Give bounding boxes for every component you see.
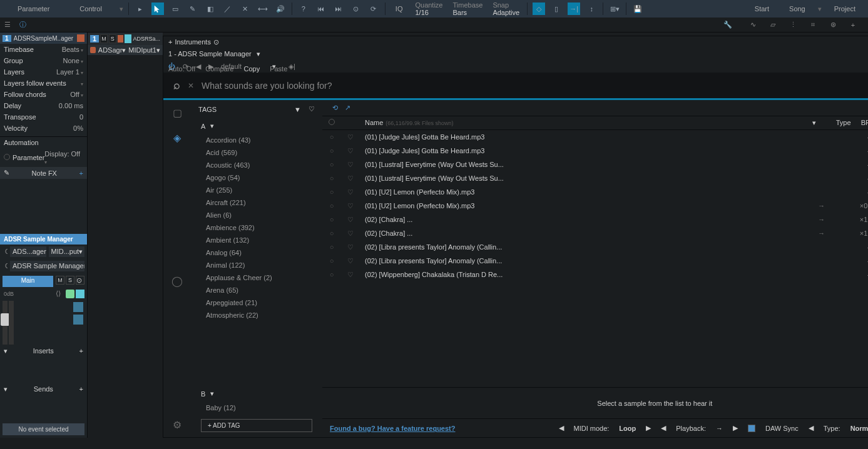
circle-icon[interactable]: ◯ (170, 274, 185, 289)
row-select-circle[interactable]: ○ (322, 271, 341, 278)
tab-title[interactable]: Instruments (175, 38, 210, 46)
next-tool-icon[interactable]: ⏭ (332, 3, 345, 15)
follow-chords-value[interactable]: Off (70, 91, 83, 98)
tab-add-icon[interactable]: + (168, 38, 172, 46)
tag-item[interactable]: Aircraft (221) (201, 196, 312, 209)
shape1-icon[interactable]: ▱ (765, 18, 780, 33)
midi-value[interactable]: MID...put▾ (49, 246, 85, 257)
tag-item[interactable]: Air (255) (201, 184, 312, 196)
timebase-display[interactable]: TimebaseBars (450, 1, 485, 16)
row-heart-icon[interactable]: ♡ (341, 188, 360, 196)
prev-type-icon[interactable]: ◀ (809, 424, 814, 432)
collapse-b-icon[interactable]: ▾ (210, 390, 214, 398)
add-send-icon[interactable]: + (79, 385, 83, 393)
col-name[interactable]: Name(66,116/99.9k Files shown) (360, 119, 812, 127)
letter-a[interactable]: A (201, 123, 205, 130)
save-tool-icon[interactable]: 💾 (631, 3, 644, 15)
snap-toggle-icon[interactable]: ◇ (533, 3, 545, 15)
row-heart-icon[interactable]: ♡ (341, 202, 360, 210)
monitor-button[interactable]: ⊙ (76, 276, 84, 285)
add-insert-icon[interactable]: + (79, 347, 83, 355)
select-all-circle[interactable] (329, 119, 335, 125)
row-select-circle[interactable]: ○ (322, 174, 341, 182)
layers-follow-toggle[interactable] (81, 79, 83, 87)
arr-monitor-icon[interactable] (125, 34, 131, 43)
table-row[interactable]: ○ ♡ (02) [Libra presents Taylor] Anomaly… (322, 240, 868, 254)
col-type[interactable]: Type (831, 119, 856, 127)
add-icon[interactable]: + (845, 18, 860, 33)
tag-item[interactable]: Acid (569) (201, 146, 312, 159)
listen-tool-icon[interactable]: 🔊 (274, 3, 287, 15)
arr-solo[interactable]: S (109, 34, 116, 43)
tag-item[interactable]: Applause & Cheer (2) (201, 271, 312, 284)
row-heart-icon[interactable]: ♡ (341, 271, 360, 279)
tool-icon[interactable]: ? (297, 3, 310, 15)
play-tool-icon[interactable]: ▸ (134, 3, 146, 15)
col-bpm[interactable]: BPM (856, 119, 868, 127)
auto-label[interactable]: Auto: Off (168, 65, 195, 73)
tag-item[interactable]: Ambient (132) (201, 234, 312, 246)
clip1[interactable]: ADSagr▾ (98, 46, 126, 54)
start-button[interactable]: Start (747, 3, 777, 15)
monitor-enable-button[interactable] (76, 290, 84, 298)
clear-search-icon[interactable]: ✕ (188, 81, 194, 90)
heart-icon[interactable]: ♡ (309, 105, 315, 113)
row-heart-icon[interactable]: ♡ (341, 174, 360, 183)
arrange-track-header[interactable]: 1 M S ADSRSa... (88, 33, 163, 45)
row-heart-icon[interactable]: ♡ (341, 257, 360, 265)
info-icon[interactable]: ⓘ (15, 18, 30, 33)
search-icon[interactable]: ⌕ (173, 79, 180, 92)
bug-link[interactable]: Found a bug? Have a feature request? (330, 425, 455, 432)
transpose-value[interactable]: 0 (79, 113, 83, 121)
shape4-icon[interactable]: ⊛ (825, 18, 840, 33)
row-select-circle[interactable]: ○ (322, 243, 341, 251)
tag-item[interactable]: Acoustic (463) (201, 159, 312, 171)
tag-item[interactable]: Animal (122) (201, 259, 312, 271)
curve-icon[interactable]: ∿ (745, 18, 760, 33)
draw-tool-icon[interactable]: ✎ (186, 3, 199, 15)
compare-button[interactable]: Compare (205, 65, 233, 73)
tag-item[interactable]: Agogo (54) (201, 171, 312, 184)
main-label[interactable]: Main (3, 276, 53, 287)
row-select-circle[interactable]: ○ (322, 216, 341, 223)
table-row[interactable]: ○ ♡ (02) [Libra presents Taylor] Anomaly… (322, 254, 868, 268)
record-enable-button[interactable] (66, 290, 74, 298)
midi-mode-value[interactable]: Loop (619, 425, 636, 432)
quantize-display[interactable]: Quantize1/16 (412, 1, 445, 16)
paste-button[interactable]: Paste (270, 65, 287, 73)
tag-item[interactable]: Atmospheric (22) (201, 309, 312, 321)
solo-button[interactable]: S (66, 276, 74, 285)
row-heart-icon[interactable]: ♡ (341, 230, 360, 238)
group-value[interactable]: None (63, 57, 83, 64)
row-arrow-icon[interactable]: → (812, 202, 831, 209)
tag-item[interactable]: Arpeggiated (21) (201, 296, 312, 309)
next-playback-icon[interactable]: ▶ (733, 424, 738, 432)
row-select-circle[interactable]: ○ (322, 133, 341, 141)
table-row[interactable]: ○ ♡ (02) [Chakra] ... → ×1.16 - HOUSETEC… (322, 213, 868, 226)
arr-mute[interactable]: M (100, 34, 108, 43)
delay-value[interactable]: 0.00 ms (59, 102, 83, 109)
clip2[interactable]: MIDIput1▾ (128, 46, 160, 54)
row-select-circle[interactable]: ○ (322, 257, 341, 265)
plugin-title[interactable]: 1 - ADSR Sample Manager (168, 50, 252, 58)
row-heart-icon[interactable]: ♡ (341, 133, 360, 141)
arrangement-area[interactable]: 126126.2126.3126.4127127.2127.3127.41281… (88, 33, 868, 438)
add-notefx-icon[interactable]: + (79, 169, 83, 177)
shape2-icon[interactable]: ⋮ (785, 18, 800, 33)
row-heart-icon[interactable]: ♡ (341, 216, 360, 224)
mute-button[interactable]: M (56, 276, 64, 285)
tag-item[interactable]: Arena (65) (201, 284, 312, 296)
range-tool-icon[interactable]: ▭ (169, 3, 181, 15)
filter-icon[interactable]: ▼ (294, 106, 301, 113)
volume-fader[interactable] (3, 301, 8, 345)
row-select-circle[interactable]: ○ (322, 161, 341, 168)
table-row[interactable]: ○ ♡ (01) [Lustral] Everytime (Way Out We… (322, 171, 868, 185)
playback-value[interactable]: → (716, 425, 723, 432)
row-select-circle[interactable]: ○ (322, 230, 341, 237)
track-header[interactable]: 1 ADSRSampleM..ager (0, 33, 87, 44)
tag-icon[interactable]: ◈ (170, 130, 185, 145)
snap-cursor-icon[interactable]: ↕ (585, 3, 598, 15)
folder-icon[interactable]: ▢ (170, 105, 185, 120)
zoom-tool-icon[interactable]: ⊙ (350, 3, 362, 15)
row-arrow-icon[interactable]: → (812, 230, 831, 237)
